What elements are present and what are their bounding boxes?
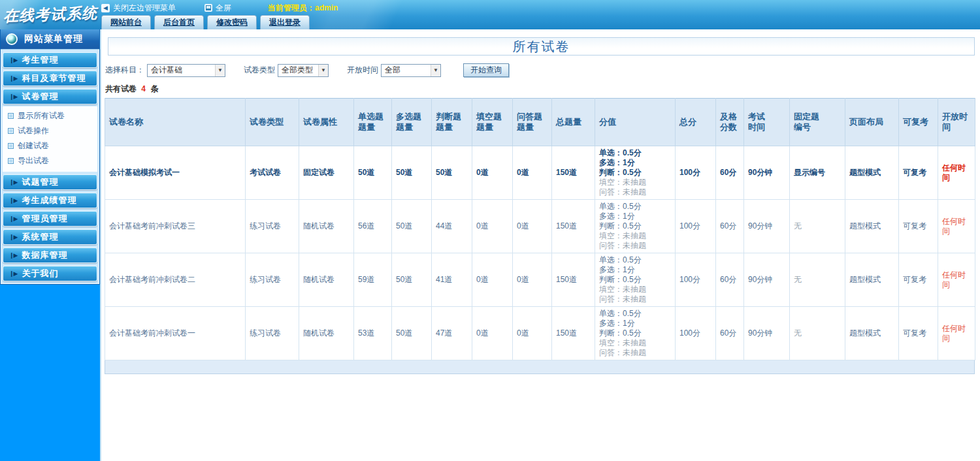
cell-score: 单选：0.5分多选：1分判断：0.5分填空：未抽题问答：未抽题 — [595, 307, 676, 360]
cell-blank: 0道 — [472, 307, 513, 360]
cell-single: 59道 — [354, 253, 392, 307]
fullscreen-icon — [204, 4, 212, 12]
cell-attr: 随机试卷 — [299, 253, 354, 307]
cell-single: 53道 — [354, 307, 392, 360]
table-row: 会计基础考前冲刺试卷三练习试卷随机试卷56道50道44道0道0道150道单选：0… — [105, 200, 975, 253]
cell-type: 考试试卷 — [246, 146, 299, 200]
cell-total_score: 100分 — [676, 307, 716, 360]
cell-score: 单选：0.5分多选：1分判断：0.5分填空：未抽题问答：未抽题 — [595, 146, 676, 200]
cell-name: 会计基础考前冲刺试卷三 — [105, 200, 246, 253]
time-filter-label: 开放时间 — [347, 65, 378, 76]
cell-layout: 题型模式 — [845, 307, 899, 360]
cell-total_score: 100分 — [676, 200, 716, 253]
cell-score: 单选：0.5分多选：1分判断：0.5分填空：未抽题问答：未抽题 — [595, 253, 676, 307]
cell-name: 会计基础考前冲刺试卷一 — [105, 307, 246, 360]
menu-arrow-icon: ❙▶ — [9, 252, 17, 259]
table-row: 会计基础模拟考试一考试试卷固定试卷50道50道50道0道0道150道单选：0.5… — [105, 146, 975, 200]
sidebar-item-4[interactable]: ❙▶考生成绩管理 — [3, 193, 97, 208]
table-footer — [105, 360, 975, 374]
page-title: 所有试卷 — [513, 38, 570, 56]
sidebar-item-label: 关于我们 — [22, 268, 58, 279]
sidebar-item-1[interactable]: ❙▶科目及章节管理 — [3, 71, 97, 86]
cell-fixed_no: 无 — [790, 253, 845, 307]
cell-retake: 可复考 — [899, 253, 938, 307]
column-header: 及格 分数 — [716, 99, 744, 146]
type-select[interactable]: 全部类型 ▼ — [278, 64, 329, 77]
column-header: 总题量 — [552, 99, 595, 146]
papers-table: 试卷名称试卷类型试卷属性单选题 题量多选题 题量判断题 题量填空题 题量问答题 … — [105, 98, 975, 360]
cell-judge: 44道 — [432, 200, 472, 253]
cell-total_score: 100分 — [676, 146, 716, 200]
menu-arrow-icon: ❙▶ — [9, 215, 17, 222]
tab-0[interactable]: 网站前台 — [101, 15, 151, 29]
sidebar-item-label: 管理员管理 — [22, 213, 67, 225]
column-header: 多选题 题量 — [392, 99, 432, 146]
sidebar-item-6[interactable]: ❙▶系统管理 — [3, 229, 97, 245]
count-prefix: 共有试卷 — [105, 84, 137, 93]
cell-total: 150道 — [552, 307, 595, 360]
column-header: 可复考 — [899, 99, 938, 146]
column-header: 试卷名称 — [105, 99, 246, 146]
cell-multi: 50道 — [392, 146, 432, 200]
fullscreen-button[interactable]: 全屏 — [204, 3, 231, 14]
cell-total: 150道 — [552, 146, 595, 200]
sidebar-subitem-1[interactable]: 试卷操作 — [7, 123, 97, 138]
table-header-row: 试卷名称试卷类型试卷属性单选题 题量多选题 题量判断题 题量填空题 题量问答题 … — [105, 99, 975, 146]
sidebar-subitem-2[interactable]: 创建试卷 — [7, 138, 97, 153]
sidebar-submenu: 显示所有试卷试卷操作创建试卷导出试卷 — [3, 106, 97, 172]
cell-open_time: 任何时间 — [938, 253, 975, 307]
cell-open_time: 任何时间 — [938, 146, 975, 200]
sidebar-item-3[interactable]: ❙▶试题管理 — [3, 174, 97, 190]
tab-1[interactable]: 后台首页 — [154, 15, 204, 29]
column-header: 固定题 编号 — [790, 99, 845, 146]
cell-score: 单选：0.5分多选：1分判断：0.5分填空：未抽题问答：未抽题 — [595, 200, 676, 253]
sidebar-item-0[interactable]: ❙▶考生管理 — [3, 52, 97, 68]
square-bullet-icon — [8, 128, 14, 134]
table-row: 会计基础考前冲刺试卷二练习试卷随机试卷59道50道41道0道0道150道单选：0… — [105, 253, 975, 307]
sidebar-item-label: 试题管理 — [22, 176, 58, 188]
cell-single: 56道 — [354, 200, 392, 253]
cell-blank: 0道 — [472, 146, 513, 200]
sidebar-subitem-0[interactable]: 显示所有试卷 — [7, 108, 97, 123]
menu-arrow-icon: ❙▶ — [9, 197, 17, 204]
sidebar-subitem-3[interactable]: 导出试卷 — [7, 153, 97, 168]
menu-arrow-icon: ❙▶ — [9, 234, 17, 240]
tab-3[interactable]: 退出登录 — [260, 15, 310, 29]
cell-multi: 50道 — [392, 200, 432, 253]
query-button[interactable]: 开始查询 — [463, 63, 509, 77]
cell-name: 会计基础模拟考试一 — [105, 146, 246, 200]
cell-fixed_no: 显示编号 — [790, 146, 845, 200]
column-header: 试卷类型 — [246, 99, 299, 146]
sidebar-item-7[interactable]: ❙▶数据库管理 — [3, 247, 97, 263]
time-select[interactable]: 全部 ▼ — [381, 64, 441, 77]
cell-open_time: 任何时间 — [938, 307, 975, 360]
cell-type: 练习试卷 — [246, 307, 299, 360]
sidebar-item-8[interactable]: ❙▶关于我们 — [3, 266, 97, 281]
sidebar-item-5[interactable]: ❙▶管理员管理 — [3, 211, 97, 227]
current-admin-label: 当前管理员：admin — [268, 3, 338, 14]
type-filter-label: 试卷类型 — [244, 65, 275, 76]
chevron-down-icon: ▼ — [318, 65, 328, 76]
subject-select[interactable]: 会计基础 ▼ — [147, 64, 225, 77]
square-bullet-icon — [8, 143, 14, 149]
cell-type: 练习试卷 — [246, 253, 299, 307]
cell-multi: 50道 — [392, 253, 432, 307]
sidebar-item-2[interactable]: ❙▶试卷管理 — [3, 89, 97, 104]
cell-judge: 50道 — [432, 146, 472, 200]
close-menu-label: 关闭左边管理菜单 — [113, 3, 176, 14]
cell-retake: 可复考 — [899, 200, 938, 253]
cell-fixed_no: 无 — [790, 307, 845, 360]
cell-time: 90分钟 — [744, 253, 790, 307]
tab-2[interactable]: 修改密码 — [207, 15, 257, 29]
filter-bar: 选择科目： 会计基础 ▼ 试卷类型 全部类型 ▼ 开放时间 全部 ▼ 开始查询 — [105, 63, 976, 77]
square-bullet-icon — [8, 113, 14, 119]
column-header: 总分 — [676, 99, 716, 146]
title-box: 所有试卷 — [108, 37, 975, 56]
sidebar-item-label: 考生成绩管理 — [22, 195, 76, 206]
close-menu-button[interactable]: ◀ 关闭左边管理菜单 — [101, 3, 176, 14]
cell-fixed_no: 无 — [790, 200, 845, 253]
cell-attr: 固定试卷 — [299, 146, 354, 200]
column-header: 填空题 题量 — [472, 99, 513, 146]
count-value: 4 — [141, 84, 146, 93]
subject-filter-label: 选择科目： — [105, 65, 144, 76]
